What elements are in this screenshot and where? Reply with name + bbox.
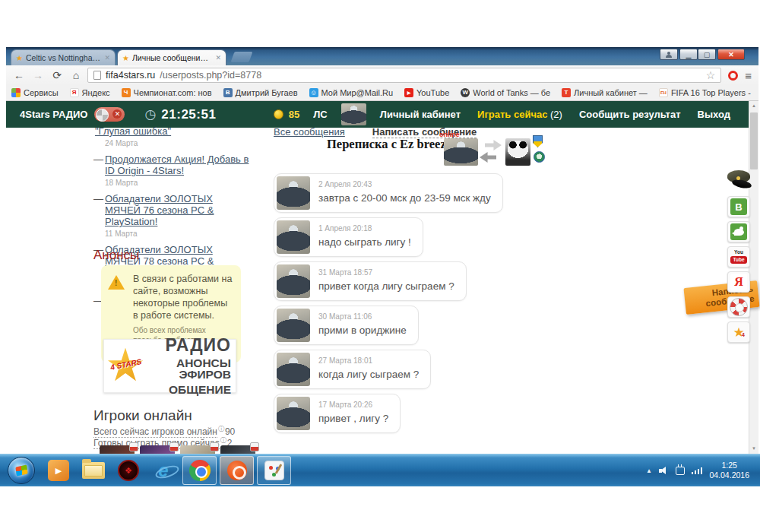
- message-text: надо сыграть лигу !: [318, 236, 411, 248]
- start-button[interactable]: [8, 457, 35, 484]
- news-item: "Глупая ошибка" 24 Марта: [93, 125, 249, 147]
- network-signal-icon[interactable]: [692, 467, 703, 474]
- vk-share-button[interactable]: В: [727, 196, 750, 217]
- opera-extension-icon[interactable]: [728, 71, 738, 81]
- interlocutor-avatar[interactable]: [444, 138, 478, 166]
- coins-balance[interactable]: 85: [289, 109, 299, 120]
- maximize-button[interactable]: ▢: [698, 49, 716, 60]
- bookmark-item[interactable]: Мой Мир@Mail.Ru: [309, 88, 393, 97]
- windows-taskbar: e ▲ 1:25 04.04.2016: [0, 454, 760, 486]
- home-icon[interactable]: ⌂: [68, 70, 84, 81]
- favorites-button[interactable]: ★ 4: [727, 321, 750, 343]
- bookmark-item[interactable]: Сервисы: [11, 88, 59, 97]
- sender-avatar[interactable]: [277, 397, 310, 430]
- online-total-count: 90: [225, 426, 235, 437]
- radio-banner[interactable]: 4 STARS РАДИО АНОНСЫ ЭФИРОВ ОБЩЕНИЕ: [103, 339, 236, 393]
- nav-play-now-link[interactable]: Играть сейчас (2): [477, 109, 562, 120]
- site-header: 4Stars РАДИО ◷ 21:25:51 85 ЛС Личный каб…: [6, 101, 749, 128]
- bookmark-item[interactable]: Личный кабинет —: [562, 88, 648, 97]
- sender-avatar[interactable]: [277, 220, 310, 254]
- news-link[interactable]: Продолжается Акция! Добавь в ID Origin -…: [105, 154, 249, 176]
- taskbar-clock[interactable]: 1:25 04.04.2016: [709, 461, 749, 480]
- power-plug-icon[interactable]: [676, 467, 685, 475]
- military-cap-icon[interactable]: [726, 170, 753, 191]
- help-button[interactable]: [727, 296, 750, 318]
- taskbar-explorer[interactable]: [81, 458, 106, 483]
- sender-avatar[interactable]: [277, 353, 310, 386]
- sender-avatar[interactable]: [277, 264, 310, 298]
- menu-icon[interactable]: ≡: [745, 69, 752, 82]
- youtube-button[interactable]: You Tube: [727, 246, 750, 268]
- twitter-bird-icon: [730, 223, 747, 240]
- all-messages-link[interactable]: Все сообщения: [274, 126, 345, 138]
- scroll-down-arrow-icon[interactable]: ▼: [749, 444, 758, 454]
- person-icon: [666, 52, 672, 58]
- message-text: привет когда лигу сыграем ?: [318, 280, 454, 292]
- tab-close-icon[interactable]: ✕: [104, 54, 110, 62]
- taskbar-media-player[interactable]: [46, 458, 71, 483]
- four-stars-star-icon: 4 STARS: [105, 346, 146, 387]
- bookmark-item[interactable]: Яндекс: [70, 88, 110, 97]
- private-messages-link[interactable]: ЛС: [313, 109, 328, 120]
- address-bar[interactable]: fifa4stars.ru /userposts.php?id=8778 ☆: [87, 68, 721, 83]
- nav-logout-link[interactable]: Выход: [698, 109, 730, 120]
- play-now-count: (2): [550, 109, 562, 120]
- bookmark-label: YouTube: [416, 88, 449, 97]
- news-date: 11 Марта: [105, 230, 249, 238]
- minimize-button[interactable]: ▁: [679, 49, 698, 60]
- tab-celtic[interactable]: ★ Celtic vs Nottingham Fore ✕: [11, 49, 116, 65]
- tab-close-icon[interactable]: ✕: [215, 54, 221, 62]
- bookmark-item[interactable]: Дмитрий Бугаев: [223, 88, 298, 97]
- taskbar-origin-active[interactable]: [220, 456, 254, 485]
- bookmark-favicon: [122, 88, 131, 97]
- tray-expand-icon[interactable]: ▲: [646, 467, 652, 474]
- news-link[interactable]: "Глупая ошибка": [95, 125, 171, 137]
- right-rail: В You Tube Я ★ 4: [726, 170, 755, 347]
- desktop: ★ Celtic vs Nottingham Fore ✕ ★ Личные с…: [0, 0, 760, 532]
- bookmark-favicon: [659, 88, 668, 97]
- back-icon[interactable]: ←: [11, 70, 27, 81]
- clock-icon: ◷: [144, 108, 156, 121]
- bookmark-item[interactable]: YouTube: [404, 88, 449, 97]
- bookmark-item[interactable]: Чемпионат.com: нов: [122, 88, 212, 97]
- sender-avatar[interactable]: [277, 309, 310, 342]
- sender-avatar[interactable]: [277, 176, 310, 210]
- scrollbar-thumb[interactable]: [750, 112, 758, 169]
- taskbar-game[interactable]: [116, 458, 141, 483]
- bookmark-favicon: [223, 88, 233, 97]
- bookmark-item[interactable]: World of Tanks — бе: [461, 88, 550, 97]
- vk-icon: В: [730, 198, 747, 215]
- tab-messages[interactable]: ★ Личные сообщения Om ✕: [117, 49, 226, 65]
- bookmark-item[interactable]: FIFA 16 Top Players -: [659, 88, 751, 97]
- profile-button[interactable]: [660, 49, 678, 60]
- star-favicon: ★: [16, 54, 23, 62]
- coin-icon: [274, 109, 283, 119]
- own-avatar[interactable]: [505, 138, 530, 166]
- nav-cabinet-link[interactable]: Личный кабинет: [380, 109, 461, 120]
- message-date: 2 Апреля 20:43: [318, 180, 491, 188]
- news-link[interactable]: Обладатели ЗОЛОТЫХ МЯЧЕЙ 76 сезона PC & …: [105, 193, 214, 227]
- close-button[interactable]: ✕: [717, 49, 745, 60]
- bookmark-label: Дмитрий Бугаев: [236, 88, 298, 97]
- announcement-text: В связи с работами на сайте, возможны не…: [133, 273, 235, 321]
- taskbar-internet-explorer[interactable]: e: [150, 458, 176, 483]
- taskbar-paint-active[interactable]: [257, 456, 291, 485]
- forward-icon[interactable]: →: [30, 70, 46, 81]
- volume-icon[interactable]: [659, 467, 669, 475]
- message-text: привет , лигу ?: [318, 413, 388, 424]
- radio-brand-link[interactable]: 4Stars РАДИО: [20, 109, 87, 120]
- taskbar-chrome-active[interactable]: [182, 456, 217, 485]
- twitter-share-button[interactable]: [727, 221, 750, 242]
- announcements-title: Анонсы: [93, 248, 139, 263]
- new-tab-button[interactable]: [230, 52, 252, 62]
- yandex-button[interactable]: Я: [727, 271, 750, 293]
- dash: —: [93, 154, 103, 165]
- scroll-up-arrow-icon[interactable]: ▲: [749, 101, 758, 111]
- browser-toolbar: ← → ⟳ ⌂ fifa4stars.ru /userposts.php?id=…: [6, 65, 758, 85]
- nav-report-result-link[interactable]: Сообщить результат: [579, 109, 681, 120]
- radio-player-widget[interactable]: [94, 107, 125, 122]
- reload-icon[interactable]: ⟳: [49, 70, 65, 81]
- user-avatar[interactable]: [341, 103, 366, 125]
- bookmark-star-icon[interactable]: ☆: [706, 69, 716, 81]
- bookmark-label: Чемпионат.com: нов: [134, 88, 212, 97]
